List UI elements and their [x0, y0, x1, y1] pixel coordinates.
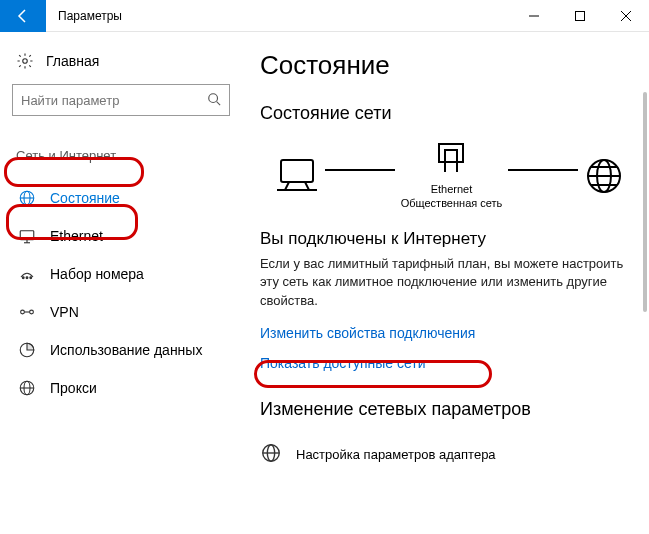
vpn-icon	[18, 303, 36, 321]
sidebar-item-vpn[interactable]: VPN	[12, 293, 238, 331]
svg-line-4	[217, 101, 221, 105]
gear-icon	[16, 52, 34, 70]
maximize-icon	[575, 11, 585, 21]
sidebar-item-dialup[interactable]: Набор номера	[12, 255, 238, 293]
sidebar-item-label: Прокси	[50, 380, 97, 396]
svg-line-23	[285, 182, 289, 190]
link-change-connection-properties[interactable]: Изменить свойства подключения	[260, 325, 475, 341]
svg-point-2	[23, 59, 28, 64]
link-adapter-settings[interactable]: Настройка параметров адаптера	[260, 438, 639, 471]
svg-point-13	[30, 277, 32, 279]
svg-point-14	[21, 310, 25, 314]
svg-point-11	[22, 277, 24, 279]
maximize-button[interactable]	[557, 0, 603, 32]
diagram-middle-sub: Общественная сеть	[401, 196, 503, 210]
sidebar-item-ethernet[interactable]: Ethernet	[12, 217, 238, 255]
connection-line	[325, 169, 395, 171]
section-change-network-params-title: Изменение сетевых параметров	[260, 399, 639, 420]
sidebar-item-label: Набор номера	[50, 266, 144, 282]
svg-rect-1	[576, 11, 585, 20]
adapter-label: Настройка параметров адаптера	[296, 447, 496, 462]
sidebar-section-heading: Сеть и Интернет	[12, 142, 238, 169]
arrow-left-icon	[15, 8, 31, 24]
connected-body: Если у вас лимитный тарифный план, вы мо…	[260, 255, 639, 312]
svg-point-15	[30, 310, 34, 314]
network-diagram: Ethernet Общественная сеть	[260, 142, 639, 211]
main-content: Состояние Состояние сети Ethernet Общест…	[250, 32, 649, 534]
sidebar-home-label: Главная	[46, 53, 99, 69]
window-title: Параметры	[46, 9, 511, 23]
data-usage-icon	[18, 341, 36, 359]
close-button[interactable]	[603, 0, 649, 32]
svg-rect-21	[281, 160, 313, 182]
link-show-available-networks[interactable]: Показать доступные сети	[260, 355, 426, 371]
scrollbar[interactable]	[643, 92, 647, 312]
device-icon	[275, 156, 319, 196]
minimize-button[interactable]	[511, 0, 557, 32]
router-icon: Ethernet Общественная сеть	[401, 142, 503, 211]
sidebar-item-proxy[interactable]: Прокси	[12, 369, 238, 407]
search-input[interactable]	[21, 93, 207, 108]
sidebar-item-label: Состояние	[50, 190, 120, 206]
back-button[interactable]	[0, 0, 46, 32]
sidebar-item-status[interactable]: Состояние	[12, 179, 238, 217]
search-icon	[207, 92, 221, 109]
svg-point-3	[209, 93, 218, 102]
sidebar-item-label: VPN	[50, 304, 79, 320]
sidebar-item-data-usage[interactable]: Использование данных	[12, 331, 238, 369]
diagram-middle-label: Ethernet	[401, 182, 503, 196]
adapter-icon	[260, 442, 282, 467]
close-icon	[621, 11, 631, 21]
svg-rect-8	[20, 231, 34, 240]
globe-icon	[18, 189, 36, 207]
sidebar-item-label: Использование данных	[50, 342, 202, 358]
svg-line-24	[305, 182, 309, 190]
internet-icon	[584, 156, 624, 196]
svg-rect-26	[445, 150, 457, 162]
proxy-icon	[18, 379, 36, 397]
sidebar-item-label: Ethernet	[50, 228, 103, 244]
sidebar-item-home[interactable]: Главная	[12, 46, 238, 84]
page-title: Состояние	[260, 50, 639, 81]
sidebar: Главная Сеть и Интернет Состояние Ethern…	[0, 32, 250, 534]
connected-title: Вы подключены к Интернету	[260, 229, 639, 249]
connection-line	[508, 169, 578, 171]
search-input-container[interactable]	[12, 84, 230, 116]
minimize-icon	[529, 11, 539, 21]
section-network-status-title: Состояние сети	[260, 103, 639, 124]
ethernet-icon	[18, 227, 36, 245]
svg-rect-25	[439, 144, 463, 162]
svg-point-12	[26, 277, 28, 279]
dialup-icon	[18, 265, 36, 283]
